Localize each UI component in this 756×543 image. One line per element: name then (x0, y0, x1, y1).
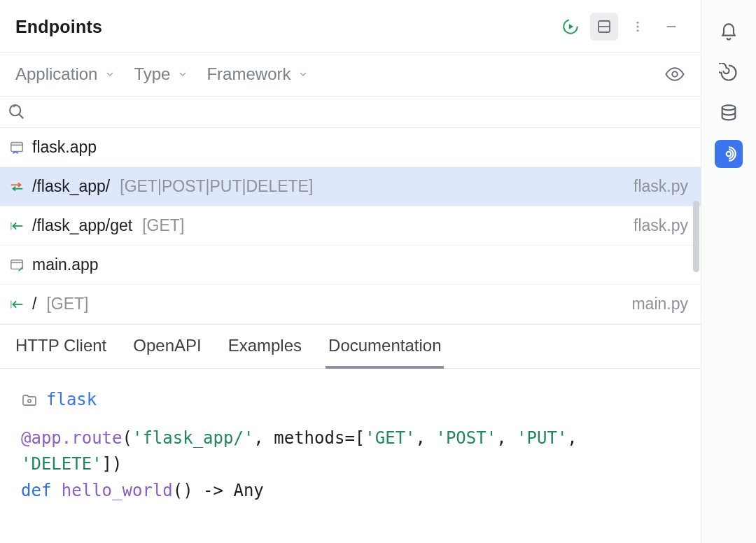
endpoint-path: /flask_app/ (32, 177, 110, 196)
endpoint-list: flask.app /flask_app/ [GET|POST|PUT|DELE… (0, 128, 701, 324)
endpoint-path: / (32, 295, 36, 313)
detail-tabs: HTTP Client OpenAPI Examples Documentati… (0, 324, 701, 369)
chevron-down-icon (104, 69, 115, 80)
header-actions (556, 13, 685, 41)
svg-marker-1 (569, 24, 574, 29)
svg-point-8 (672, 71, 678, 77)
endpoint-file: main.py (631, 295, 688, 313)
doc-code: @app.route('flask_app/', methods=['GET',… (21, 425, 680, 504)
more-icon[interactable] (624, 13, 652, 41)
route-bidir-icon (8, 178, 25, 195)
chevron-down-icon (177, 69, 188, 80)
panel-header: Endpoints (0, 0, 701, 52)
panel-title: Endpoints (15, 17, 102, 37)
layout-icon[interactable] (590, 13, 618, 41)
endpoint-row[interactable]: /flask_app/ [GET|POST|PUT|DELETE] flask.… (0, 167, 701, 206)
tab-documentation[interactable]: Documentation (328, 336, 441, 368)
folder-icon (21, 392, 38, 409)
search-bar[interactable] (0, 97, 701, 128)
svg-point-20 (722, 105, 736, 110)
documentation-panel: flask @app.route('flask_app/', methods=[… (0, 369, 701, 522)
endpoints-tool-icon[interactable] (715, 140, 743, 168)
svg-point-9 (10, 105, 20, 115)
route-in-icon (8, 296, 25, 313)
search-icon (7, 102, 27, 122)
scrollbar-thumb[interactable] (693, 201, 699, 272)
endpoint-group[interactable]: flask.app (0, 128, 701, 167)
run-icon[interactable] (556, 13, 584, 41)
visibility-icon[interactable] (664, 64, 685, 85)
tool-strip (701, 0, 756, 543)
app-icon (8, 257, 25, 274)
app-icon (8, 139, 25, 156)
filter-label: Application (15, 64, 97, 84)
tab-examples[interactable]: Examples (228, 336, 302, 368)
group-name: flask.app (32, 138, 97, 157)
filter-application[interactable]: Application (15, 64, 115, 84)
filter-type[interactable]: Type (134, 64, 188, 84)
svg-rect-16 (11, 260, 23, 269)
svg-point-19 (28, 399, 31, 402)
route-in-icon (8, 218, 25, 234)
svg-point-6 (637, 29, 639, 31)
minimize-icon[interactable] (657, 13, 685, 41)
database-icon[interactable] (715, 99, 743, 127)
svg-line-10 (20, 115, 24, 119)
endpoint-methods: [GET|POST|PUT|DELETE] (120, 177, 313, 196)
endpoint-methods: [GET] (142, 216, 184, 235)
doc-module-name: flask (46, 387, 97, 413)
filter-label: Framework (206, 64, 290, 84)
tab-http-client[interactable]: HTTP Client (15, 336, 106, 368)
spiral-icon[interactable] (715, 59, 743, 87)
endpoint-row[interactable]: / [GET] main.py (0, 285, 701, 324)
svg-point-4 (637, 22, 639, 24)
filter-bar: Application Type Framework (0, 52, 701, 97)
endpoint-path: /flask_app/get (32, 216, 132, 235)
notifications-icon[interactable] (715, 18, 743, 46)
tab-openapi[interactable]: OpenAPI (133, 336, 201, 368)
svg-point-5 (637, 26, 639, 28)
svg-point-21 (727, 152, 732, 157)
endpoint-file: flask.py (634, 177, 688, 196)
chevron-down-icon (298, 69, 309, 80)
svg-rect-11 (11, 142, 23, 151)
endpoint-file: flask.py (634, 216, 688, 235)
group-name: main.app (32, 255, 99, 274)
filter-framework[interactable]: Framework (206, 64, 309, 84)
endpoint-methods: [GET] (46, 295, 88, 313)
endpoint-row[interactable]: /flask_app/get [GET] flask.py (0, 206, 701, 246)
endpoint-group[interactable]: main.app (0, 246, 701, 285)
filter-label: Type (134, 64, 170, 84)
